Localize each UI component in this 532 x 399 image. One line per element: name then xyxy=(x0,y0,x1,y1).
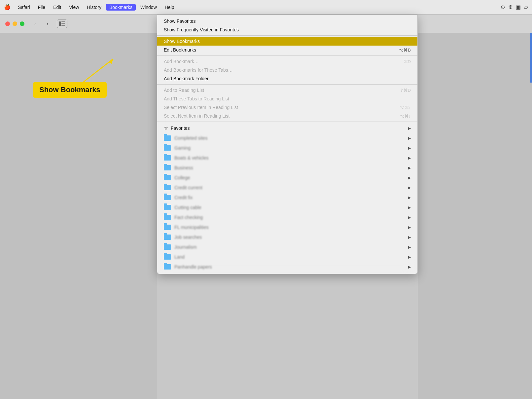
menu-item-add-reading-list: Add to Reading List ⇧⌘D xyxy=(157,86,417,94)
menu-item-select-previous-reading: Select Previous Item in Reading List ⌥⌘↑ xyxy=(157,103,417,112)
separator-3 xyxy=(157,84,417,85)
folder-icon xyxy=(164,145,171,151)
folder-chevron: ▶ xyxy=(408,176,411,180)
airplay-icon[interactable]: ▱ xyxy=(524,4,528,10)
folder-chevron: ▶ xyxy=(408,146,411,150)
apple-menu-icon[interactable]: 🍎 xyxy=(4,4,11,10)
sidebar-toggle-button[interactable] xyxy=(57,19,67,28)
favorites-header: ☆ Favorites ▶ xyxy=(157,123,417,133)
folder-item-cutting-cable[interactable]: Cutting cable ▶ xyxy=(157,202,417,212)
menubar-item-history[interactable]: History xyxy=(84,4,105,11)
folder-item-fact-checking[interactable]: Fact checking ▶ xyxy=(157,212,417,222)
menu-item-add-bookmark-folder[interactable]: Add Bookmark Folder xyxy=(157,74,417,83)
folder-icon xyxy=(164,225,171,230)
forward-button[interactable]: › xyxy=(43,20,52,27)
box-icon[interactable]: ▣ xyxy=(516,4,521,10)
screen-record-icon[interactable]: ⊙ xyxy=(501,4,505,10)
folder-item-boats[interactable]: Boats & vehicles ▶ xyxy=(157,153,417,163)
menu-item-add-bookmarks-tabs: Add Bookmarks for These Tabs… xyxy=(157,66,417,74)
folder-chevron: ▶ xyxy=(408,136,411,140)
svg-rect-0 xyxy=(59,21,61,26)
folder-item-completed-sites[interactable]: Completed sites ▶ xyxy=(157,133,417,143)
menubar-item-edit[interactable]: Edit xyxy=(50,4,64,11)
menubar-item-window[interactable]: Window xyxy=(137,4,160,11)
menubar-item-safari[interactable]: Safari xyxy=(15,4,33,11)
menubar-item-file[interactable]: File xyxy=(35,4,49,11)
dropbox-icon[interactable]: ❋ xyxy=(508,4,513,10)
add-bookmark-shortcut: ⌘D xyxy=(404,59,411,64)
folder-chevron: ▶ xyxy=(408,265,411,269)
folder-chevron: ▶ xyxy=(408,205,411,210)
folder-chevron: ▶ xyxy=(408,186,411,190)
menu-item-show-bookmarks[interactable]: Show Bookmarks xyxy=(157,37,417,46)
separator-1 xyxy=(157,35,417,36)
folder-icon xyxy=(164,215,171,220)
page-background-right xyxy=(418,33,532,399)
bookmarks-dropdown-menu: Show Favorites Show Frequently Visited i… xyxy=(157,15,418,274)
menu-item-select-next-reading: Select Next Item in Reading List ⌥⌘↓ xyxy=(157,112,417,120)
annotation-container: Show Bookmarks xyxy=(33,82,107,98)
folder-icon xyxy=(164,254,171,260)
back-button[interactable]: ‹ xyxy=(30,20,40,27)
folder-icon xyxy=(164,195,171,200)
folder-icon xyxy=(164,205,171,210)
minimize-button[interactable] xyxy=(13,21,17,26)
menubar-item-bookmarks[interactable]: Bookmarks xyxy=(106,4,136,11)
folder-chevron: ▶ xyxy=(408,166,411,170)
folder-item-journalism[interactable]: Journalism ▶ xyxy=(157,242,417,252)
folder-chevron: ▶ xyxy=(408,215,411,220)
svg-rect-2 xyxy=(61,23,65,24)
folder-icon xyxy=(164,175,171,180)
folder-item-credit-fix[interactable]: Credit fix ▶ xyxy=(157,193,417,202)
svg-rect-1 xyxy=(61,21,65,22)
folder-chevron: ▶ xyxy=(408,225,411,230)
folder-item-credit-current[interactable]: Credit current ▶ xyxy=(157,183,417,193)
menubar: 🍎 Safari File Edit View History Bookmark… xyxy=(0,0,532,15)
folder-item-fl-municipalities[interactable]: FL municipalities ▶ xyxy=(157,222,417,232)
svg-rect-3 xyxy=(61,25,65,26)
close-button[interactable] xyxy=(5,21,10,26)
separator-4 xyxy=(157,122,417,122)
menu-item-show-favorites[interactable]: Show Favorites xyxy=(157,17,417,25)
menu-item-show-frequently-visited[interactable]: Show Frequently Visited in Favorites xyxy=(157,25,417,34)
select-next-shortcut: ⌥⌘↓ xyxy=(400,114,411,119)
menu-item-add-bookmark: Add Bookmark… ⌘D xyxy=(157,57,417,66)
edit-bookmarks-shortcut: ⌥⌘B xyxy=(399,48,411,53)
folder-item-land[interactable]: Land ▶ xyxy=(157,252,417,262)
folder-item-college[interactable]: College ▶ xyxy=(157,173,417,183)
separator-2 xyxy=(157,55,417,56)
folder-icon xyxy=(164,155,171,161)
favorites-chevron: ▶ xyxy=(408,126,411,130)
menubar-item-help[interactable]: Help xyxy=(161,4,178,11)
annotation-arrow xyxy=(80,55,120,85)
folder-chevron: ▶ xyxy=(408,245,411,249)
folder-icon xyxy=(164,185,171,190)
folder-chevron: ▶ xyxy=(408,196,411,200)
fullscreen-button[interactable] xyxy=(20,21,24,26)
folder-item-job-searches[interactable]: Job searches ▶ xyxy=(157,232,417,242)
sidebar-scroll-indicator xyxy=(530,33,532,83)
select-prev-shortcut: ⌥⌘↑ xyxy=(400,105,411,110)
folder-icon xyxy=(164,135,171,141)
folder-item-business[interactable]: Business ▶ xyxy=(157,163,417,173)
menubar-right-icons: ⊙ ❋ ▣ ▱ xyxy=(501,4,528,10)
folder-icon xyxy=(164,244,171,250)
folder-chevron: ▶ xyxy=(408,235,411,239)
menu-item-edit-bookmarks[interactable]: Edit Bookmarks ⌥⌘B xyxy=(157,46,417,54)
folder-item-gaming[interactable]: Gaming ▶ xyxy=(157,143,417,153)
folder-chevron: ▶ xyxy=(408,255,411,259)
folder-icon xyxy=(164,235,171,240)
star-icon: ☆ xyxy=(164,125,168,131)
svg-marker-5 xyxy=(108,59,113,64)
add-reading-list-shortcut: ⇧⌘D xyxy=(400,88,411,93)
menu-item-add-tabs-reading-list: Add These Tabs to Reading List xyxy=(157,94,417,103)
menubar-item-view[interactable]: View xyxy=(66,4,82,11)
folder-icon xyxy=(164,264,171,270)
folder-icon xyxy=(164,165,171,170)
traffic-lights xyxy=(5,21,24,26)
folder-chevron: ▶ xyxy=(408,156,411,160)
folder-item-panhandle-papers[interactable]: Panhandle papers ▶ xyxy=(157,262,417,272)
